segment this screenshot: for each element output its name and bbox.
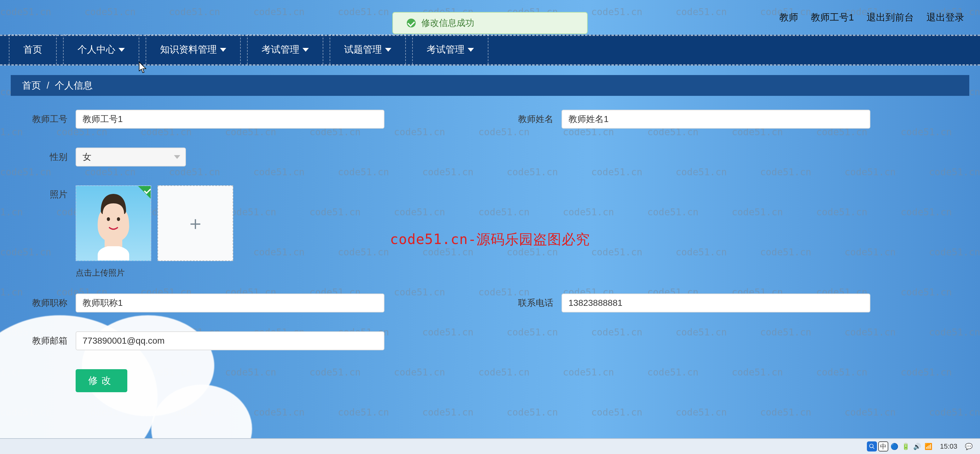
nav-label: 考试管理 bbox=[427, 43, 465, 56]
taskbar-volume-icon[interactable]: 🔊 bbox=[912, 441, 922, 451]
taskbar-network-icon[interactable]: 🔵 bbox=[889, 441, 900, 451]
svg-line-3 bbox=[873, 448, 874, 449]
gender-value[interactable] bbox=[76, 148, 186, 166]
nav-home[interactable]: 首页 bbox=[9, 34, 57, 64]
taskbar-ime-icon[interactable]: 中 bbox=[878, 441, 888, 451]
taskbar: 中 🔵 🔋 🔊 📶 15:03 💬 bbox=[0, 438, 980, 454]
nav-label: 个人中心 bbox=[78, 43, 115, 56]
photo-label: 照片 bbox=[27, 185, 67, 201]
user-role: 教师 bbox=[779, 11, 798, 24]
svg-point-1 bbox=[117, 217, 120, 221]
chevron-down-icon bbox=[468, 48, 474, 52]
chevron-down-icon bbox=[302, 48, 309, 52]
back-link[interactable]: 退出到前台 bbox=[867, 11, 914, 24]
taskbar-time: 15:03 bbox=[935, 442, 963, 451]
taskbar-battery-icon[interactable]: 🔋 bbox=[901, 441, 911, 451]
nav-label: 试题管理 bbox=[344, 43, 382, 56]
breadcrumb-sep: / bbox=[47, 80, 49, 91]
user-id: 教师工号1 bbox=[811, 11, 854, 24]
phone-input[interactable] bbox=[562, 293, 870, 312]
nav-personal[interactable]: 个人中心 bbox=[63, 34, 139, 64]
chevron-down-icon bbox=[220, 48, 226, 52]
taskbar-wifi-icon[interactable]: 📶 bbox=[924, 441, 934, 451]
breadcrumb-current: 个人信息 bbox=[55, 79, 93, 92]
nav-label: 知识资料管理 bbox=[160, 43, 217, 56]
gender-label: 性别 bbox=[27, 151, 67, 163]
success-toast: 修改信息成功 bbox=[392, 12, 588, 34]
title-input[interactable] bbox=[76, 293, 385, 312]
nav-exam[interactable]: 考试管理 bbox=[247, 34, 323, 64]
main-nav: 首页 个人中心 知识资料管理 考试管理 试题管理 考试管理 bbox=[0, 35, 980, 65]
upload-photo-button[interactable]: ＋ bbox=[158, 185, 233, 261]
logout-link[interactable]: 退出登录 bbox=[926, 11, 964, 24]
svg-point-0 bbox=[107, 217, 110, 221]
breadcrumb: 首页 / 个人信息 bbox=[11, 75, 969, 96]
breadcrumb-home[interactable]: 首页 bbox=[22, 79, 41, 92]
gender-select[interactable] bbox=[76, 148, 186, 166]
submit-button[interactable]: 修改 bbox=[76, 369, 127, 392]
taskbar-notify-icon[interactable]: 💬 bbox=[964, 441, 974, 451]
nav-question[interactable]: 试题管理 bbox=[329, 34, 406, 64]
chevron-down-icon bbox=[118, 48, 125, 52]
teacher-id-input[interactable] bbox=[76, 110, 385, 129]
nav-knowledge[interactable]: 知识资料管理 bbox=[146, 34, 241, 64]
email-input[interactable] bbox=[76, 331, 385, 350]
svg-point-2 bbox=[869, 444, 873, 448]
photo-hint: 点击上传照片 bbox=[27, 268, 969, 279]
phone-label: 联系电话 bbox=[512, 297, 553, 309]
title-label: 教师职称 bbox=[27, 297, 67, 309]
chevron-down-icon bbox=[385, 48, 391, 52]
taskbar-search-icon[interactable] bbox=[867, 441, 877, 451]
teacher-name-input[interactable] bbox=[562, 110, 870, 129]
check-circle-icon bbox=[407, 19, 416, 27]
teacher-name-label: 教师姓名 bbox=[512, 113, 553, 125]
toast-message: 修改信息成功 bbox=[421, 17, 474, 29]
nav-label: 首页 bbox=[23, 43, 42, 56]
profile-form: 教师工号 教师姓名 性别 照片 bbox=[11, 110, 969, 392]
nav-label: 考试管理 bbox=[261, 43, 299, 56]
photo-thumbnail[interactable] bbox=[76, 185, 151, 261]
plus-icon: ＋ bbox=[186, 214, 205, 233]
nav-exam2[interactable]: 考试管理 bbox=[412, 34, 488, 64]
avatar-placeholder-icon bbox=[85, 192, 142, 261]
chevron-down-icon bbox=[174, 155, 180, 159]
teacher-id-label: 教师工号 bbox=[27, 113, 67, 125]
email-label: 教师邮箱 bbox=[27, 335, 67, 347]
watermark-overlay-text: code51.cn-源码乐园盗图必究 bbox=[390, 230, 590, 249]
